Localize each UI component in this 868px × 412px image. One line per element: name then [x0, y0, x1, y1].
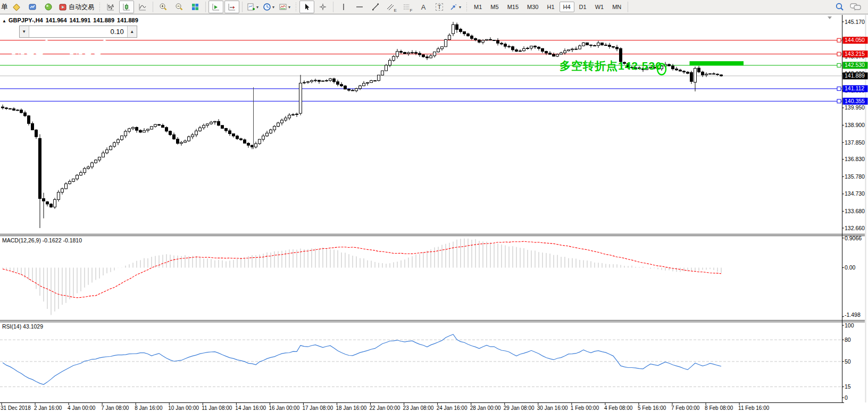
toolbar-separator	[205, 2, 206, 12]
svg-text:14 Jan 16:00: 14 Jan 16:00	[235, 405, 266, 411]
label-tool-icon: T	[436, 3, 444, 11]
navigator-button[interactable]	[41, 1, 56, 13]
horizontal-line-icon	[355, 3, 364, 11]
zoom-out-button[interactable]	[172, 1, 187, 13]
volume-stepper: ▼ ▲	[19, 26, 137, 38]
crosshair-button[interactable]	[315, 1, 330, 13]
trendline-tool-button[interactable]	[368, 1, 383, 13]
volume-increase-button[interactable]: ▲	[127, 26, 137, 37]
tab-timeframe-w1[interactable]: W1	[591, 2, 608, 12]
trendline-icon	[371, 3, 380, 11]
svg-text:138.900: 138.900	[845, 122, 865, 128]
zoom-in-button[interactable]	[156, 1, 171, 13]
shapes-button[interactable]: ▾	[448, 1, 463, 13]
macd-label: MACD(12,26,9) -0.1622 -0.1810	[2, 237, 82, 243]
buy-price-prefix: 141	[69, 47, 82, 56]
buy-price-sup: 2	[103, 39, 107, 46]
arrows-shapes-icon	[449, 3, 458, 11]
sell-price-big: 88	[26, 42, 44, 57]
svg-text:0.00: 0.00	[845, 264, 856, 271]
new-order-button[interactable]	[9, 1, 24, 13]
svg-text:16 Jan 00:00: 16 Jan 00:00	[269, 405, 299, 411]
tile-windows-button[interactable]	[188, 1, 203, 13]
auto-trading-button[interactable]: 自动交易	[57, 1, 96, 13]
tab-timeframe-d1[interactable]: D1	[575, 2, 590, 12]
chart-shift-button[interactable]	[224, 1, 239, 13]
svg-text:-1.498: -1.498	[845, 312, 861, 318]
tab-timeframe-h4[interactable]: H4	[560, 2, 574, 12]
market-watch-icon	[28, 3, 37, 11]
tab-timeframe-mn[interactable]: MN	[608, 2, 625, 12]
svg-text:24 Jan 16:00: 24 Jan 16:00	[437, 405, 468, 411]
buy-price-display[interactable]: 141 96 2	[60, 38, 116, 57]
svg-text:2 Jan 16:00: 2 Jan 16:00	[34, 405, 62, 411]
svg-text:18 Jan 16:00: 18 Jan 16:00	[336, 405, 367, 411]
tab-timeframe-m30[interactable]: M30	[523, 2, 542, 12]
volume-input[interactable]	[29, 26, 127, 37]
tab-timeframe-h1[interactable]: H1	[543, 2, 558, 12]
timeframe-group: M1M5M15M30H1H4D1W1MN	[470, 2, 625, 12]
search-icon	[835, 2, 845, 12]
toolbar-grip	[295, 3, 297, 11]
svg-text:0.9066: 0.9066	[845, 235, 862, 241]
label-tool-button[interactable]: T	[432, 1, 447, 13]
bars-chart-button[interactable]	[103, 1, 118, 13]
svg-text:140.355: 140.355	[845, 98, 865, 104]
sell-button[interactable]: SELL	[2, 26, 19, 38]
chevron-down-icon: ▾	[459, 5, 461, 10]
auto-trading-icon	[59, 3, 67, 11]
svg-text:50: 50	[845, 358, 851, 365]
tab-timeframe-m5[interactable]: M5	[487, 2, 502, 12]
line-chart-button[interactable]	[135, 1, 150, 13]
svg-text:144.050: 144.050	[845, 37, 865, 43]
close-value: 141.889	[117, 17, 138, 23]
buy-price-big: 96	[84, 42, 102, 57]
horizontal-line-tool-button[interactable]	[352, 1, 367, 13]
svg-text:22 Jan 00:00: 22 Jan 00:00	[370, 405, 400, 411]
auto-trading-label: 自动交易	[69, 3, 94, 12]
periods-button[interactable]: ▾	[261, 1, 276, 13]
crosshair-icon	[319, 3, 327, 11]
high-value: 141.991	[70, 17, 91, 23]
templates-button[interactable]: ▾	[277, 1, 292, 13]
candlestick-chart-icon	[122, 3, 131, 11]
indicators-icon	[247, 3, 255, 11]
svg-text:136.830: 136.830	[845, 156, 865, 162]
buy-button[interactable]: BUY	[138, 26, 152, 38]
vertical-line-tool-button[interactable]	[336, 1, 351, 13]
chat-button[interactable]	[848, 1, 863, 13]
chart-canvas[interactable]: 145.170144.120143.070142.020141.000139.9…	[0, 0, 868, 412]
auto-scroll-button[interactable]	[208, 1, 223, 13]
svg-text:11 Feb 16:00: 11 Feb 16:00	[738, 405, 770, 411]
rsi-label: RSI(14) 43.1029	[2, 323, 43, 330]
svg-text:7 Feb 00:00: 7 Feb 00:00	[671, 405, 700, 411]
tab-timeframe-m15[interactable]: M15	[504, 2, 522, 12]
text-tool-button[interactable]: A	[416, 1, 431, 13]
svg-text:139.950: 139.950	[845, 104, 865, 111]
toolbar-partial-label: 单	[1, 2, 7, 12]
chevron-down-icon: ▾	[256, 5, 258, 10]
svg-text:15: 15	[845, 383, 851, 390]
svg-text:142.530: 142.530	[845, 62, 865, 68]
market-watch-button[interactable]	[25, 1, 40, 13]
candlestick-chart-button[interactable]	[119, 1, 134, 13]
svg-text:11 Jan 08:00: 11 Jan 08:00	[202, 405, 232, 411]
svg-text:5 Feb 16:00: 5 Feb 16:00	[638, 405, 666, 411]
tab-timeframe-m1[interactable]: M1	[470, 2, 486, 12]
expand-arrow-icon[interactable]: ▲	[2, 19, 6, 23]
search-button[interactable]	[832, 1, 847, 13]
cursor-button[interactable]	[299, 1, 314, 13]
svg-text:8 Jan 16:00: 8 Jan 16:00	[135, 405, 163, 411]
fibonacci-tool-button[interactable]: F	[400, 1, 415, 13]
sell-price-display[interactable]: 141 88 9	[2, 38, 59, 57]
channel-tool-button[interactable]: E	[384, 1, 399, 13]
chart-annotation-text: 多空转折点142.530	[560, 58, 662, 73]
volume-decrease-button[interactable]: ▼	[20, 26, 29, 37]
svg-text:100: 100	[845, 322, 854, 329]
svg-text:0: 0	[845, 394, 848, 401]
auto-scroll-icon	[212, 3, 220, 11]
indicators-button[interactable]: ▾	[245, 1, 260, 13]
zoom-out-icon	[175, 3, 183, 11]
symbol-period-label: GBPJPY-,H4	[9, 17, 43, 23]
svg-text:141.112: 141.112	[845, 85, 864, 91]
